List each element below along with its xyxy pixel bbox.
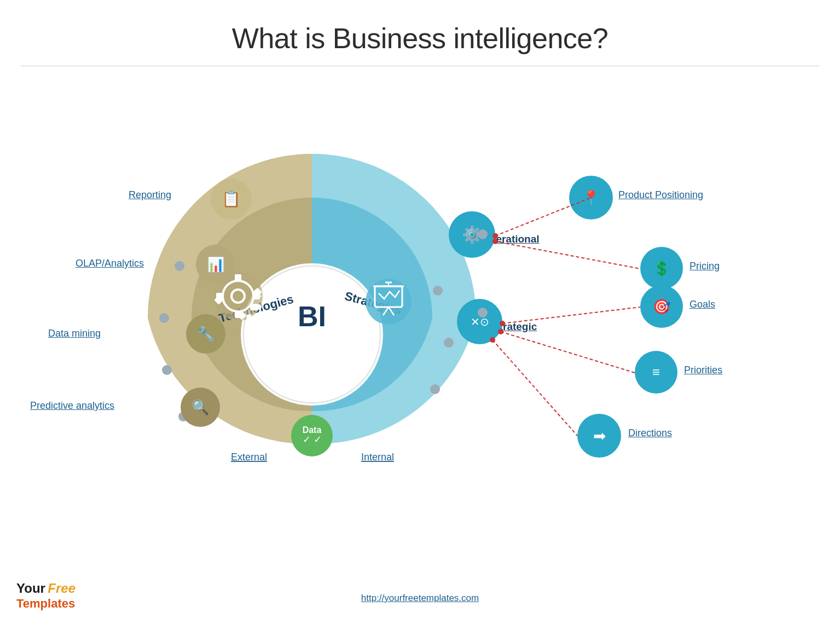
- svg-text:✓: ✓: [303, 434, 311, 445]
- datamining-label[interactable]: Data mining: [48, 328, 101, 339]
- svg-point-45: [433, 286, 443, 296]
- diagram-area: BI Technologies Strategies: [0, 72, 840, 564]
- svg-point-41: [175, 261, 184, 271]
- predictive-circle: 🔍: [181, 388, 220, 427]
- footer-logo: Your Free Templates: [16, 581, 76, 611]
- product-positioning-label[interactable]: Product Positioning: [618, 189, 703, 201]
- reporting-circle: 📋: [211, 178, 252, 219]
- svg-text:Internal: Internal: [361, 452, 394, 463]
- logo-your: Your: [16, 581, 45, 596]
- operational-circle: ⚙️: [449, 211, 495, 258]
- pricing-label[interactable]: Pricing: [690, 261, 720, 272]
- directions-label[interactable]: Directions: [628, 427, 672, 439]
- svg-rect-15: [235, 274, 241, 282]
- logo-free: Free: [48, 581, 76, 596]
- svg-point-42: [159, 313, 169, 323]
- product-positioning-circle: 📍: [569, 176, 613, 219]
- priorities-circle: ≡: [635, 351, 677, 394]
- svg-point-24: [246, 314, 252, 320]
- logo-templates: Templates: [16, 597, 75, 610]
- svg-text:BI: BI: [298, 300, 326, 332]
- svg-point-23: [256, 304, 262, 310]
- goals-circle: 🎯: [640, 285, 683, 328]
- directions-circle: ➡: [577, 414, 621, 458]
- predictive-label[interactable]: Predictive analytics: [30, 400, 114, 412]
- footer: Your Free Templates http://yourfreetempl…: [0, 575, 840, 619]
- svg-point-1: [244, 266, 380, 403]
- olap-label[interactable]: OLAP/Analytics: [76, 258, 144, 269]
- svg-text:✓: ✓: [314, 434, 322, 445]
- pricing-circle: 💲: [640, 247, 683, 290]
- strategic-circle: ✕⊙: [457, 299, 502, 344]
- svg-text:External: External: [231, 452, 267, 463]
- svg-point-35: [291, 415, 333, 456]
- page-title: What is Business intelligence?: [0, 0, 840, 66]
- footer-link[interactable]: http://yourfreetemplates.com: [361, 593, 479, 604]
- priorities-label[interactable]: Priorities: [684, 365, 722, 376]
- svg-point-47: [430, 384, 440, 394]
- svg-point-46: [444, 338, 454, 348]
- svg-text:Data: Data: [303, 425, 322, 435]
- divider: [21, 66, 819, 66]
- goals-label[interactable]: Goals: [690, 299, 715, 310]
- datamining-circle: 🔧: [186, 314, 225, 354]
- svg-point-43: [162, 365, 172, 375]
- reporting-label[interactable]: Reporting: [129, 189, 171, 201]
- olap-circle: 📊: [196, 245, 235, 284]
